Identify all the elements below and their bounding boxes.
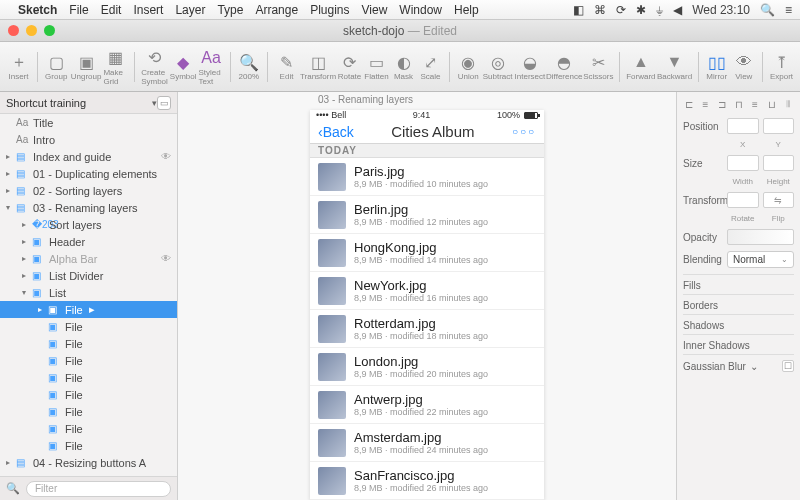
ungroup-button[interactable]: ▣Ungroup: [71, 47, 102, 87]
export-button[interactable]: ⤒Export: [769, 47, 794, 87]
makegrid-button[interactable]: ▦Make Grid: [103, 47, 128, 87]
layer-list[interactable]: ▾▣List: [0, 284, 177, 301]
subtract-button[interactable]: ◎Subtract: [483, 47, 513, 87]
align-center-icon[interactable]: ≡: [700, 98, 712, 110]
menu-plugins[interactable]: Plugins: [310, 3, 349, 17]
rotate-button[interactable]: ⟳Rotate: [337, 47, 362, 87]
layer-04a[interactable]: ▸▤04 - Resizing buttons A: [0, 454, 177, 471]
page-selector[interactable]: Shortcut training▾ ▭: [0, 92, 177, 114]
list-item[interactable]: SanFrancisco.jpg8,9 MB · modified 26 min…: [310, 462, 544, 500]
x-field[interactable]: [727, 118, 759, 134]
styledtext-button[interactable]: AaStyled Text: [199, 47, 224, 87]
transform-button[interactable]: ◫Transform: [301, 47, 335, 87]
difference-button[interactable]: ◓Difference: [547, 47, 581, 87]
layer-file[interactable]: ▣File: [0, 420, 177, 437]
artboard-label[interactable]: 03 - Renaming layers: [318, 94, 413, 105]
minimize-button[interactable]: [26, 25, 37, 36]
layer-02[interactable]: ▸▤02 - Sorting layers: [0, 182, 177, 199]
list-item[interactable]: Antwerp.jpg8,9 MB · modified 22 minutes …: [310, 386, 544, 424]
list-item[interactable]: Berlin.jpg8,9 MB · modified 12 minutes a…: [310, 196, 544, 234]
layer-index[interactable]: ▸▤Index and guide👁: [0, 148, 177, 165]
backward-button[interactable]: ▼Backward: [658, 47, 692, 87]
notification-icon[interactable]: ≡: [785, 3, 792, 17]
visibility-icon[interactable]: 👁: [161, 253, 171, 264]
layer-file[interactable]: ▣File: [0, 369, 177, 386]
add-blur-button[interactable]: ☐: [782, 360, 794, 372]
opacity-slider[interactable]: [727, 229, 794, 245]
list-item[interactable]: Rotterdam.jpg8,9 MB · modified 18 minute…: [310, 310, 544, 348]
layer-file-selected[interactable]: ▸▣File▸: [0, 301, 177, 318]
close-button[interactable]: [8, 25, 19, 36]
flip-field[interactable]: ⇋: [763, 192, 795, 208]
layer-alpha[interactable]: ▸▣Alpha Bar👁: [0, 250, 177, 267]
menu-insert[interactable]: Insert: [133, 3, 163, 17]
page-list-toggle[interactable]: ▭: [157, 96, 171, 110]
edit-button[interactable]: ✎Edit: [274, 47, 299, 87]
list-item[interactable]: Paris.jpg8,9 MB · modified 10 minutes ag…: [310, 158, 544, 196]
layer-filter-input[interactable]: Filter: [26, 481, 171, 497]
union-button[interactable]: ◉Union: [456, 47, 481, 87]
menu-help[interactable]: Help: [454, 3, 479, 17]
layer-file[interactable]: ▣File: [0, 352, 177, 369]
intersect-button[interactable]: ◒Intersect: [515, 47, 546, 87]
distribute-icon[interactable]: ⫴: [782, 98, 794, 110]
height-field[interactable]: [763, 155, 795, 171]
artboard[interactable]: •••• Bell 9:41 100% ‹ Back Cities Album …: [310, 110, 544, 500]
layer-03[interactable]: ▾▤03 - Renaming layers: [0, 199, 177, 216]
flatten-button[interactable]: ▭Flatten: [364, 47, 389, 87]
layer-file[interactable]: ▣File: [0, 437, 177, 454]
inner-shadows-section[interactable]: Inner Shadows: [683, 334, 794, 354]
scale-button[interactable]: ⤢Scale: [418, 47, 443, 87]
menu-view[interactable]: View: [362, 3, 388, 17]
zoom-button[interactable]: [44, 25, 55, 36]
layer-file[interactable]: ▣File: [0, 403, 177, 420]
createsymbol-button[interactable]: ⟲Create Symbol: [141, 47, 168, 87]
menu-edit[interactable]: Edit: [101, 3, 122, 17]
layer-divider[interactable]: ▸▣List Divider: [0, 267, 177, 284]
spotlight-icon[interactable]: 🔍: [760, 3, 775, 17]
scissors-button[interactable]: ✂Scissors: [583, 47, 613, 87]
symbol-button[interactable]: ◆Symbol: [170, 47, 197, 87]
y-field[interactable]: [763, 118, 795, 134]
forward-button[interactable]: ▲Forward: [626, 47, 655, 87]
menu-type[interactable]: Type: [217, 3, 243, 17]
menu-window[interactable]: Window: [399, 3, 442, 17]
layer-sort[interactable]: ▸�203Sort layers: [0, 216, 177, 233]
align-left-icon[interactable]: ⊏: [683, 98, 695, 110]
layer-file[interactable]: ▣File: [0, 335, 177, 352]
zoom-control[interactable]: 🔍200%: [236, 47, 261, 87]
blend-select[interactable]: Normal⌄: [727, 251, 794, 268]
layer-header[interactable]: ▸▣Header: [0, 233, 177, 250]
layer-01[interactable]: ▸▤01 - Duplicating elements: [0, 165, 177, 182]
menu-app[interactable]: Sketch: [18, 3, 57, 17]
menu-arrange[interactable]: Arrange: [255, 3, 298, 17]
group-button[interactable]: ▢Group: [44, 47, 69, 87]
visibility-icon[interactable]: 👁: [161, 151, 171, 162]
mirror-button[interactable]: ▯▯Mirror: [704, 47, 729, 87]
mask-button[interactable]: ◐Mask: [391, 47, 416, 87]
insert-button[interactable]: ＋Insert: [6, 47, 31, 87]
more-button[interactable]: ○○○: [512, 126, 536, 137]
shadows-section[interactable]: Shadows: [683, 314, 794, 334]
menu-layer[interactable]: Layer: [175, 3, 205, 17]
list-item[interactable]: Amsterdam.jpg8,9 MB · modified 24 minute…: [310, 424, 544, 462]
menu-file[interactable]: File: [69, 3, 88, 17]
layer-file[interactable]: ▣File: [0, 318, 177, 335]
list-item[interactable]: London.jpg8,9 MB · modified 20 minutes a…: [310, 348, 544, 386]
borders-section[interactable]: Borders: [683, 294, 794, 314]
rotate-field[interactable]: [727, 192, 759, 208]
layer-intro[interactable]: AaIntro: [0, 131, 177, 148]
align-bottom-icon[interactable]: ⊔: [766, 98, 778, 110]
fills-section[interactable]: Fills: [683, 274, 794, 294]
list-item[interactable]: HongKong.jpg8,9 MB · modified 14 minutes…: [310, 234, 544, 272]
align-middle-icon[interactable]: ≡: [749, 98, 761, 110]
layer-file[interactable]: ▣File: [0, 386, 177, 403]
blur-section[interactable]: Gaussian Blur⌄☐: [683, 354, 794, 375]
align-top-icon[interactable]: ⊓: [733, 98, 745, 110]
view-button[interactable]: 👁View: [731, 47, 756, 87]
align-right-icon[interactable]: ⊐: [716, 98, 728, 110]
align-tabs[interactable]: ⊏ ≡ ⊐ ⊓ ≡ ⊔ ⫴: [683, 98, 794, 110]
back-button[interactable]: ‹ Back: [318, 124, 354, 140]
canvas[interactable]: 03 - Renaming layers •••• Bell 9:41 100%…: [178, 92, 676, 500]
list-item[interactable]: NewYork.jpg8,9 MB · modified 16 minutes …: [310, 272, 544, 310]
